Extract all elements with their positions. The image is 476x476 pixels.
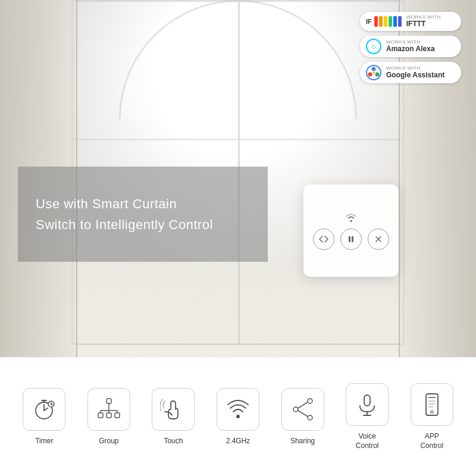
svg-line-29 [298, 402, 308, 408]
switch-buttons [313, 228, 389, 250]
svg-point-5 [375, 72, 380, 76]
google-brand: Google Assistant [386, 71, 444, 79]
svg-rect-18 [107, 413, 111, 418]
sharing-icon [290, 396, 316, 422]
icon-item-timer: Timer [12, 388, 77, 446]
smart-switch-panel [303, 184, 399, 277]
ifttt-logo: IF [366, 16, 402, 27]
overlay-line2: Switch to Intelligently Control [36, 214, 250, 235]
ifttt-brand: IFTTT [406, 20, 441, 28]
group-icon [96, 396, 122, 422]
ifttt-bar-6 [398, 16, 402, 27]
svg-rect-1 [352, 236, 353, 242]
svg-rect-0 [349, 236, 350, 242]
wifi-label: 2.4GHz [226, 437, 250, 446]
app-label: APPControl [420, 432, 443, 450]
ifttt-bar-1 [374, 16, 378, 27]
svg-rect-16 [107, 399, 111, 403]
touch-icon [160, 396, 186, 422]
photo-section: Use with Smart Curtain Switch to Intelli… [0, 0, 476, 357]
ifttt-bar-5 [393, 16, 397, 27]
icon-box-touch [152, 388, 195, 431]
timer-label: Timer [35, 437, 53, 446]
icon-box-voice [346, 383, 389, 426]
app-icon [419, 392, 445, 418]
svg-point-7 [372, 71, 375, 74]
icon-item-group: Group [77, 388, 142, 446]
icon-box-app [411, 383, 453, 426]
timer-icon [31, 396, 57, 422]
icon-item-sharing: Sharing [270, 388, 335, 446]
alexa-brand: Amazon Alexa [386, 45, 435, 53]
badges-container: IF WORKS WITH IFTTT ○ WORKS WITH Amazon … [360, 12, 461, 83]
svg-line-30 [298, 411, 308, 416]
icon-item-wifi: 2.4GHz [206, 388, 271, 446]
voice-icon [354, 392, 380, 418]
svg-point-6 [368, 72, 372, 76]
alexa-logo: ○ [366, 39, 381, 54]
svg-rect-31 [364, 395, 370, 406]
svg-rect-17 [98, 413, 103, 418]
ifttt-bar-4 [389, 16, 392, 27]
group-label: Group [99, 437, 118, 446]
google-logo [366, 65, 381, 80]
icon-item-touch: Touch [141, 388, 206, 446]
switch-wifi-icon [344, 212, 358, 223]
switch-btn-pause[interactable] [340, 228, 362, 250]
icon-box-timer [23, 388, 65, 431]
icons-section: Timer Group [0, 357, 476, 476]
icon-box-wifi [217, 388, 259, 431]
svg-point-39 [431, 411, 433, 413]
window-divider-horizontal [73, 139, 403, 140]
svg-point-4 [372, 67, 376, 71]
svg-point-26 [308, 399, 312, 403]
sharing-label: Sharing [290, 437, 315, 446]
svg-point-25 [236, 415, 240, 418]
svg-line-10 [44, 408, 48, 411]
badge-ifttt: IF WORKS WITH IFTTT [360, 12, 461, 31]
svg-point-28 [308, 415, 312, 420]
icon-box-sharing [281, 388, 324, 431]
ifttt-bar-3 [384, 16, 387, 27]
icon-box-group [87, 388, 130, 431]
switch-btn-open[interactable] [313, 228, 334, 250]
overlay-line1: Use with Smart Curtain [36, 193, 250, 214]
voice-label: VoiceControl [356, 432, 379, 450]
ifttt-bar-2 [379, 16, 383, 27]
badge-alexa: ○ WORKS WITH Amazon Alexa [360, 36, 461, 57]
icon-item-app: APPControl [399, 383, 464, 450]
touch-label: Touch [164, 437, 183, 446]
badge-google: WORKS WITH Google Assistant [360, 62, 461, 83]
svg-rect-19 [115, 413, 120, 418]
ifttt-text: IF [366, 18, 372, 25]
google-text-group: WORKS WITH Google Assistant [386, 66, 444, 79]
alexa-text-group: WORKS WITH Amazon Alexa [386, 40, 435, 53]
icon-item-voice: VoiceControl [335, 383, 400, 450]
svg-point-27 [293, 407, 298, 412]
ifttt-text-group: WORKS WITH IFTTT [406, 15, 441, 28]
overlay-box: Use with Smart Curtain Switch to Intelli… [18, 167, 268, 262]
switch-btn-close[interactable] [368, 228, 389, 250]
wifi-icon [225, 396, 251, 422]
